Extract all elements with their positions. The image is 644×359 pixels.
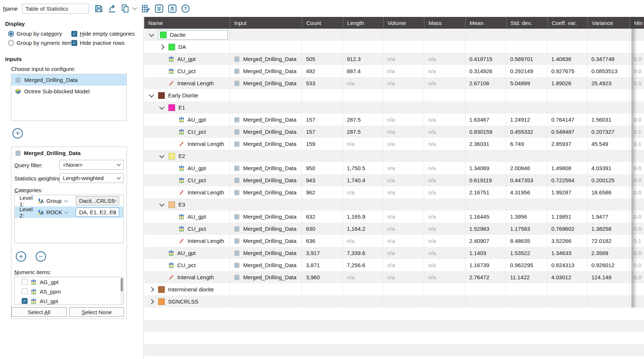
table-row-cu-pct[interactable]: CU_pctMerged_Drilling_Data3,8717,256.6n/…	[144, 259, 644, 271]
chevron-right-icon[interactable]	[148, 295, 158, 308]
table-row-early-diorite[interactable]: Early Diorite	[144, 89, 644, 101]
numeric-item-ag_gpt[interactable]: AG_gpt	[15, 277, 123, 287]
checkbox-icon[interactable]	[22, 288, 28, 294]
table-row-au-gpt[interactable]: AU_gptMerged_Drilling_Data157287.5n/an/a…	[144, 114, 644, 126]
numeric-item-label: AU_gpt	[40, 298, 58, 304]
coeff-cell	[547, 295, 587, 308]
column-header-coeff[interactable]: Coeff. var.	[547, 17, 587, 29]
remove-level-button[interactable]: −	[36, 251, 46, 262]
radio-icon[interactable]	[8, 31, 14, 37]
table-row-interval-length[interactable]: Interval LengthMerged_Drilling_Data636n/…	[144, 235, 644, 247]
collapse-all-icon[interactable]	[167, 4, 177, 14]
help-icon[interactable]	[181, 4, 191, 14]
select-none-button[interactable]: Select None	[70, 307, 124, 317]
table-row-au-gpt[interactable]: AU_gptMerged_Drilling_Data6321,165.9n/an…	[144, 211, 644, 223]
name-input[interactable]	[22, 4, 89, 14]
variance-cell: 124.148	[587, 271, 630, 283]
column-header-name[interactable]: Name	[144, 17, 230, 29]
input-item-octree-sub-blocked-model[interactable]: Octree Sub-blocked Model	[11, 86, 127, 97]
table-row-au-gpt[interactable]: AU_gptMerged_Drilling_Data3,9177,339.6n/…	[144, 247, 644, 259]
table-row-e2[interactable]: E2	[144, 150, 644, 162]
category-level-row-2[interactable]: Level 2: ROCK DA, E1, E2, E3	[15, 207, 123, 218]
copy-dropdown-chevron-icon[interactable]	[133, 6, 137, 11]
input-item-merged-drilling-data[interactable]: Merged_Drilling_Data	[11, 74, 127, 86]
statistics-weighting-label: Statistics weighting:	[14, 175, 63, 182]
scrollbar-thumb[interactable]	[121, 278, 123, 291]
checkbox-icon[interactable]	[71, 40, 77, 46]
chevron-down-icon[interactable]	[158, 198, 168, 211]
display-section-title: Display	[5, 21, 25, 27]
level-2-column-select[interactable]: ROCK	[38, 209, 73, 215]
column-header-count[interactable]: Count	[302, 17, 343, 29]
checkbox-hide-inactive-rows[interactable]: Hide inactive rows	[71, 40, 125, 46]
count-cell: 533	[302, 77, 343, 89]
level-2-values-select[interactable]: DA, E1, E2, E3	[76, 208, 119, 217]
std-cell: 6.749	[506, 138, 547, 150]
variance-cell: 25.4923	[587, 77, 630, 89]
name-cell: Early Diorite	[144, 89, 230, 101]
name-cell: CU_pct	[144, 65, 230, 77]
table-row-au-gpt[interactable]: AU_gptMerged_Drilling_Data505912.3n/an/a…	[144, 53, 644, 65]
column-header-length[interactable]: Length	[343, 17, 383, 29]
chevron-down-icon	[64, 209, 68, 213]
table-row-da[interactable]: DA	[144, 41, 644, 53]
chevron-down-icon[interactable]	[158, 150, 168, 162]
table-row-cu-pct[interactable]: CU_pctMerged_Drilling_Data492887.4n/an/a…	[144, 65, 644, 77]
table-row-sgncrlss[interactable]: SGNCRLSS	[144, 295, 644, 308]
chevron-down-icon[interactable]	[158, 101, 168, 114]
table-row-e1[interactable]: E1	[144, 101, 644, 114]
chevron-right-icon[interactable]	[148, 283, 158, 295]
column-header-input[interactable]: Input	[230, 17, 302, 29]
row-name: E3	[178, 201, 185, 208]
table-row-intermineral-diorite[interactable]: Intermineral diorite	[144, 283, 644, 295]
column-header-std[interactable]: Std. dev.	[506, 17, 547, 29]
table-row-interval-length[interactable]: Interval LengthMerged_Drilling_Data533n/…	[144, 77, 644, 89]
column-header-mass[interactable]: Mass	[424, 17, 465, 29]
table-row-cu-pct[interactable]: CU_pctMerged_Drilling_Data157287.5n/an/a…	[144, 126, 644, 138]
expand-all-icon[interactable]	[154, 4, 164, 14]
table-row-dacite[interactable]: Dacite	[144, 29, 644, 41]
min-cell: 0.0	[630, 259, 644, 271]
add-input-button[interactable]: +	[13, 128, 23, 139]
column-header-min[interactable]: Min	[630, 17, 644, 29]
checkbox-hide-empty-categories[interactable]: Hide empty categories	[71, 30, 135, 37]
category-name-box[interactable]: Dacite	[158, 30, 228, 40]
numeric-item-as_ppm[interactable]: AS_ppm	[15, 287, 123, 296]
numeric-item-au_gpt[interactable]: AU_gpt	[15, 296, 123, 305]
table-row-e3[interactable]: E3	[144, 198, 644, 211]
level-1-values-select[interactable]: Dacit...CRLSS	[76, 196, 119, 205]
coeff-cell: 2.85937	[547, 138, 587, 150]
column-header-variance[interactable]: Variance	[587, 17, 630, 29]
category-level-row-1[interactable]: Level 1: Group Dacit...CRLSS	[15, 195, 123, 207]
table-row-cu-pct[interactable]: CU_pctMerged_Drilling_Data6301,164.2n/an…	[144, 223, 644, 235]
select-all-button[interactable]: Select All	[11, 307, 67, 317]
chevron-down-icon[interactable]	[148, 89, 158, 101]
radio-group-by-category[interactable]: Group by category	[8, 30, 62, 37]
scrollbar-track[interactable]	[120, 277, 123, 305]
chevron-right-icon[interactable]	[158, 41, 168, 53]
table-row-cu-pct[interactable]: CU_pctMerged_Drilling_Data9431,740.4n/an…	[144, 174, 644, 186]
level-1-column-select[interactable]: Group	[38, 198, 73, 204]
checkbox-icon[interactable]	[22, 279, 28, 285]
drillhole-table-icon	[234, 56, 240, 62]
column-header-mean[interactable]: Mean	[465, 17, 506, 29]
save-icon[interactable]	[94, 4, 104, 14]
column-header-volume[interactable]: Volume	[383, 17, 424, 29]
copy-icon[interactable]	[120, 4, 130, 14]
add-level-button[interactable]: +	[16, 251, 26, 262]
checkbox-icon[interactable]	[22, 298, 28, 304]
edit-rows-icon[interactable]	[141, 4, 151, 14]
table-row-interval-length[interactable]: Interval LengthMerged_Drilling_Data3,960…	[144, 271, 644, 283]
query-filter-select[interactable]: <None>	[59, 160, 124, 170]
categories-label: Categories:	[14, 187, 43, 193]
radio-group-by-numeric-item[interactable]: Group by numeric item	[8, 40, 72, 46]
table-row-interval-length[interactable]: Interval LengthMerged_Drilling_Data962n/…	[144, 186, 644, 198]
export-icon[interactable]	[107, 4, 117, 14]
radio-icon[interactable]	[8, 40, 14, 46]
statistics-weighting-select[interactable]: Length-weighted	[59, 173, 124, 183]
chevron-down-icon[interactable]	[148, 29, 158, 41]
checkbox-icon[interactable]	[71, 31, 77, 37]
numeric-icon	[168, 250, 174, 256]
table-row-interval-length[interactable]: Interval LengthMerged_Drilling_Data159n/…	[144, 138, 644, 150]
table-row-au-gpt[interactable]: AU_gptMerged_Drilling_Data9501,750.5n/an…	[144, 162, 644, 174]
